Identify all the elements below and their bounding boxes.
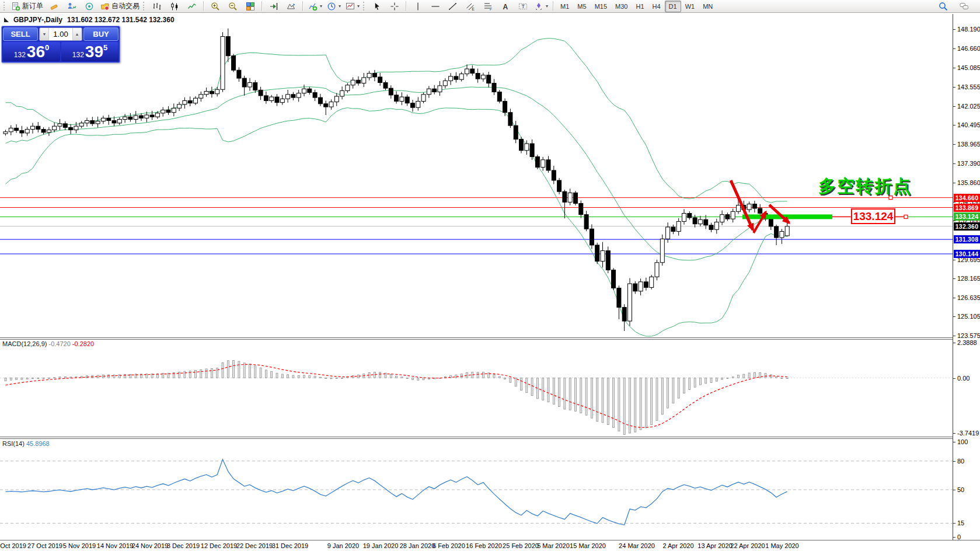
candle bbox=[574, 191, 578, 205]
timeframe-h1-button[interactable]: H1 bbox=[632, 1, 648, 12]
horizontal-level-lines[interactable] bbox=[0, 198, 953, 254]
date-axis[interactable]: 7 Oct 201927 Oct 20195 Nov 201914 Nov 20… bbox=[0, 540, 953, 551]
buy-price[interactable]: 132 39 5 bbox=[61, 42, 118, 61]
cursor-button[interactable] bbox=[368, 0, 386, 13]
horizontal-line-button[interactable] bbox=[427, 0, 444, 13]
macd-bar bbox=[341, 378, 343, 378]
candle bbox=[357, 76, 361, 86]
candle bbox=[253, 80, 257, 93]
candlestick-chart-button[interactable] bbox=[166, 0, 183, 13]
trendline-button[interactable] bbox=[444, 0, 462, 13]
date-label: 14 Nov 2019 bbox=[97, 542, 133, 549]
macd-bar bbox=[613, 378, 615, 428]
chat-button[interactable] bbox=[955, 0, 973, 13]
candle bbox=[134, 111, 138, 123]
date-label: 25 Feb 2020 bbox=[503, 542, 539, 549]
candle bbox=[682, 209, 686, 224]
macd-bar bbox=[770, 375, 772, 378]
macd-bar bbox=[498, 376, 500, 378]
timeframe-m5-button[interactable]: M5 bbox=[573, 1, 590, 12]
bar-chart-button[interactable] bbox=[148, 0, 166, 13]
toolbar-separator bbox=[203, 1, 204, 11]
macd-bar bbox=[759, 372, 761, 378]
arrows-shapes-button[interactable]: ▾ bbox=[532, 0, 550, 13]
sell-price[interactable]: 132 36 0 bbox=[3, 42, 60, 61]
price-tickmark bbox=[953, 29, 955, 30]
support-zone-bar[interactable] bbox=[742, 214, 832, 219]
macd-bar bbox=[575, 378, 577, 411]
line-chart-button[interactable] bbox=[183, 0, 201, 13]
templates-button[interactable]: ▾ bbox=[343, 0, 362, 13]
chart-canvas[interactable] bbox=[0, 14, 953, 540]
dropdown-arrow-icon[interactable]: ▾ bbox=[339, 4, 341, 9]
new-order-button[interactable]: 新订单 bbox=[9, 0, 46, 13]
indicators-button[interactable]: ▾ bbox=[306, 0, 325, 13]
macd-bar bbox=[634, 378, 636, 433]
dropdown-arrow-icon[interactable]: ▾ bbox=[320, 4, 322, 9]
toolbar-separator bbox=[406, 1, 407, 11]
crosshair-button[interactable] bbox=[386, 0, 403, 13]
new-order-icon bbox=[11, 2, 20, 11]
equidistant-channel-button[interactable]: E bbox=[462, 0, 479, 13]
dropdown-arrow-icon[interactable]: ▾ bbox=[546, 4, 548, 9]
zoom-in-button[interactable] bbox=[207, 0, 224, 13]
marker-button[interactable] bbox=[46, 0, 63, 13]
timeframe-h4-button[interactable]: H4 bbox=[648, 1, 665, 12]
macd-bar bbox=[678, 378, 679, 399]
volume-field[interactable]: ▼ 1.00 ▲ bbox=[39, 27, 82, 41]
macd-bar bbox=[217, 368, 218, 378]
text-button[interactable]: A bbox=[497, 0, 514, 13]
vertical-line-button[interactable] bbox=[409, 0, 427, 13]
search-button[interactable] bbox=[934, 0, 952, 13]
vline-icon bbox=[413, 2, 423, 11]
candle bbox=[107, 115, 111, 125]
candle bbox=[318, 94, 322, 106]
signals-button[interactable] bbox=[81, 0, 98, 13]
chart-shift-button[interactable] bbox=[265, 0, 283, 13]
panel-separator[interactable] bbox=[0, 337, 980, 340]
candle bbox=[470, 65, 475, 76]
timeframe-d1-button[interactable]: D1 bbox=[665, 1, 681, 12]
periods-button[interactable]: ▾ bbox=[325, 0, 343, 13]
macd-bar bbox=[629, 378, 631, 434]
chart-expand-icon[interactable] bbox=[4, 18, 9, 22]
timeframe-m30-button[interactable]: M30 bbox=[611, 1, 632, 12]
timeframe-m1-button[interactable]: M1 bbox=[556, 1, 573, 12]
volume-input[interactable]: 1.00 bbox=[49, 28, 72, 40]
rsi-tick-label: 80 bbox=[957, 458, 964, 465]
line-handle[interactable] bbox=[904, 215, 908, 218]
toolbar-separator bbox=[261, 1, 263, 11]
autotrade-button[interactable]: 自动交易 bbox=[98, 0, 142, 13]
candle bbox=[644, 278, 648, 291]
macd-bar bbox=[705, 378, 707, 383]
fibonacci-button[interactable]: F bbox=[479, 0, 497, 13]
volume-increase-button[interactable]: ▲ bbox=[72, 28, 82, 40]
chart-title: GBPJPY-,Daily bbox=[13, 16, 62, 24]
annotation-text: 多空转折点 bbox=[818, 175, 912, 198]
macd-bar bbox=[48, 378, 50, 379]
buy-button[interactable]: BUY bbox=[83, 27, 118, 41]
label-t-icon: T bbox=[518, 2, 528, 11]
dropdown-arrow-icon[interactable]: ▾ bbox=[357, 4, 360, 9]
market-profile-button[interactable] bbox=[63, 0, 81, 13]
price-axis[interactable]: 148.190146.660145.085143.555142.025140.4… bbox=[953, 14, 980, 540]
candle bbox=[465, 65, 469, 76]
price-callout-box: 133.124 bbox=[851, 208, 895, 224]
timeframe-mn-button[interactable]: MN bbox=[699, 1, 717, 12]
candle bbox=[123, 114, 127, 123]
tile-windows-button[interactable] bbox=[242, 0, 259, 13]
auto-scroll-button[interactable] bbox=[283, 0, 300, 13]
candle bbox=[128, 113, 132, 122]
rsi-tickmark bbox=[953, 442, 955, 442]
text-label-button[interactable]: T bbox=[514, 0, 532, 13]
macd-label: MACD(12,26,9) -0.4720 -0.2820 bbox=[2, 340, 94, 347]
candle bbox=[226, 29, 230, 62]
macd-bar bbox=[743, 374, 745, 378]
timeframe-m15-button[interactable]: M15 bbox=[591, 1, 611, 12]
volume-decrease-button[interactable]: ▼ bbox=[40, 28, 49, 40]
zoom-out-button[interactable] bbox=[224, 0, 242, 13]
timeframe-w1-button[interactable]: W1 bbox=[681, 1, 699, 12]
panel-separator[interactable] bbox=[0, 437, 980, 439]
sell-button[interactable]: SELL bbox=[3, 27, 38, 41]
price-tick-label: 145.085 bbox=[957, 64, 980, 71]
